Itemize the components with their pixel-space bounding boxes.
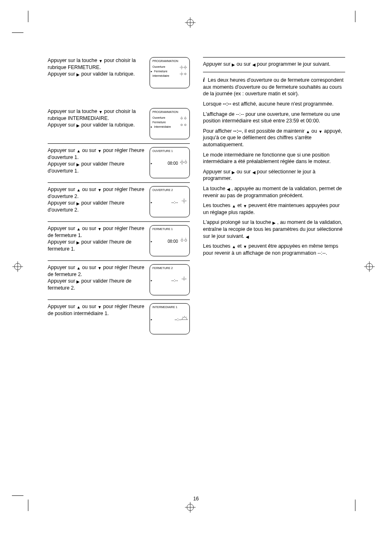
svg-line-57 bbox=[186, 317, 187, 318]
down-triangle-icon: ▼ bbox=[99, 59, 103, 63]
text: Les deux heures d'ouverture ou de fermet… bbox=[203, 77, 344, 97]
text: Appuyer sur la touche bbox=[48, 58, 97, 63]
right-triangle-icon: ▶ bbox=[232, 170, 235, 175]
step-fermeture-2: Appuyer sur ▲ ou sur ▼ pour régler l'heu… bbox=[48, 264, 190, 295]
screen-line: Fermeture bbox=[154, 69, 167, 73]
text: Appuyer sur bbox=[203, 169, 231, 175]
svg-point-47 bbox=[185, 240, 187, 242]
text: Appuyer sur bbox=[48, 239, 75, 245]
text: il est possible de maintenir bbox=[244, 128, 304, 134]
down-triangle-icon: ▼ bbox=[98, 266, 102, 270]
right-triangle-icon: ▶ bbox=[76, 124, 80, 128]
text: et bbox=[238, 203, 242, 208]
text: pour programmer le jour suivant. bbox=[257, 61, 330, 67]
text: pour valider la rubrique. bbox=[81, 71, 135, 77]
cursor-icon: ▸ bbox=[151, 279, 152, 282]
screen-line: Ouverture bbox=[152, 65, 165, 69]
text: ou sur bbox=[82, 226, 96, 231]
sun-icon bbox=[179, 65, 188, 79]
text: et bbox=[238, 243, 242, 249]
right-triangle-icon: ▶ bbox=[272, 221, 276, 225]
up-triangle-icon: ▲ bbox=[76, 305, 81, 309]
up-triangle-icon: ▲ bbox=[232, 204, 236, 208]
cursor-icon: ▸ bbox=[151, 125, 152, 129]
cursor-icon: ▸ bbox=[151, 69, 152, 73]
up-triangle-icon: ▲ bbox=[76, 149, 81, 153]
screen-title: FERMETURE 2 bbox=[152, 266, 173, 270]
text: Appuyer sur bbox=[48, 161, 75, 167]
screen-line: Intermédiaire bbox=[154, 125, 171, 129]
screen-line: Fermeture bbox=[152, 120, 166, 124]
right-triangle-icon: ▶ bbox=[76, 280, 80, 284]
left-triangle-icon: ◀ bbox=[252, 170, 256, 175]
up-triangle-icon: ▲ bbox=[76, 188, 81, 192]
down-triangle-icon: ▼ bbox=[98, 305, 102, 309]
step-intermediaire-1: Appuyer sur ▲ ou sur ▼ pour régler l'heu… bbox=[48, 303, 190, 334]
screen-title: PROGRAMMATION bbox=[152, 59, 178, 63]
page-number: 16 bbox=[193, 496, 198, 502]
none-value: --:-- bbox=[223, 101, 231, 107]
lcd-screen: PROGRAMMATION Ouverture Fermeture ▸ Inte… bbox=[150, 108, 190, 139]
text: Le mode intermédiaire ne fonctionne que … bbox=[203, 152, 331, 165]
svg-point-50 bbox=[183, 278, 185, 280]
screen-value: 08:00 bbox=[168, 239, 178, 244]
text: Appuyer sur bbox=[48, 265, 75, 270]
up-triangle-icon: ▲ bbox=[306, 130, 310, 134]
cursor-icon: ▸ bbox=[151, 200, 152, 204]
screen-title: OUVERTURE 1 bbox=[152, 149, 173, 153]
text: ou sur bbox=[82, 147, 96, 153]
text: ou sur bbox=[82, 187, 96, 192]
sun-icon bbox=[179, 116, 188, 130]
step-intermediaire: Appuyer sur la touche ▼ pour choisir la … bbox=[48, 108, 190, 139]
divider bbox=[48, 260, 190, 261]
cursor-icon: ▸ bbox=[151, 161, 152, 165]
crop-mark bbox=[355, 500, 355, 511]
right-triangle-icon: ▶ bbox=[76, 241, 80, 245]
sun-rays-icon bbox=[180, 237, 188, 244]
text: Appuyer sur bbox=[48, 226, 75, 231]
down-triangle-icon: ▼ bbox=[99, 110, 103, 114]
right-column: Appuyer sur ▶ ou sur ◀ pour programmer l… bbox=[203, 57, 345, 337]
sunrise-icon bbox=[181, 315, 188, 323]
screen-line: Intermédiaire bbox=[152, 74, 169, 78]
sun-icon bbox=[181, 198, 187, 204]
divider bbox=[48, 299, 190, 300]
down-triangle-icon: ▼ bbox=[318, 130, 323, 134]
screen-value: --:-- bbox=[175, 317, 181, 322]
right-triangle-icon: ▶ bbox=[76, 163, 80, 167]
left-column: Appuyer sur la touche ▼ pour choisir la … bbox=[48, 57, 190, 337]
text: ou sur bbox=[82, 304, 96, 309]
text: Appuyer sur bbox=[48, 71, 75, 77]
text: Les touches bbox=[203, 203, 231, 208]
sun-icon bbox=[181, 276, 187, 282]
step-next-day: Appuyer sur ▶ ou sur ◀ pour programmer l… bbox=[203, 61, 345, 68]
svg-point-46 bbox=[181, 240, 183, 242]
text: Appuyer sur bbox=[48, 278, 75, 284]
text: pour valider la rubrique. bbox=[81, 122, 135, 128]
screen-title: FERMETURE 1 bbox=[152, 227, 173, 231]
screen-value: --:-- bbox=[171, 200, 178, 205]
crop-mark bbox=[355, 11, 355, 22]
down-triangle-icon: ▼ bbox=[243, 245, 247, 249]
text: Pour afficher bbox=[203, 128, 232, 134]
text: Appuyer sur bbox=[203, 61, 231, 67]
svg-point-31 bbox=[184, 124, 186, 126]
text: Les touches bbox=[203, 243, 231, 249]
text: ou sur bbox=[237, 169, 251, 175]
down-triangle-icon: ▼ bbox=[98, 188, 102, 192]
crop-mark bbox=[12, 32, 23, 33]
text: Appuyer sur bbox=[48, 187, 75, 192]
up-triangle-icon: ▲ bbox=[76, 266, 81, 270]
left-triangle-icon: ◀ bbox=[246, 235, 249, 239]
screen-value: --:-- bbox=[171, 278, 178, 283]
divider bbox=[48, 182, 190, 183]
text: Appuyer sur bbox=[48, 122, 75, 128]
divider bbox=[203, 72, 345, 72]
left-triangle-icon: ◀ bbox=[252, 63, 256, 67]
divider bbox=[48, 143, 190, 144]
text: L'affichage de --:-- pour une ouverture,… bbox=[203, 111, 340, 124]
lcd-screen: INTERMEDIAIRE 1 ▸ --:-- bbox=[150, 303, 190, 334]
svg-point-28 bbox=[181, 117, 182, 119]
none-value: --:-- bbox=[233, 128, 242, 134]
screen-title: PROGRAMMATION bbox=[152, 110, 178, 114]
